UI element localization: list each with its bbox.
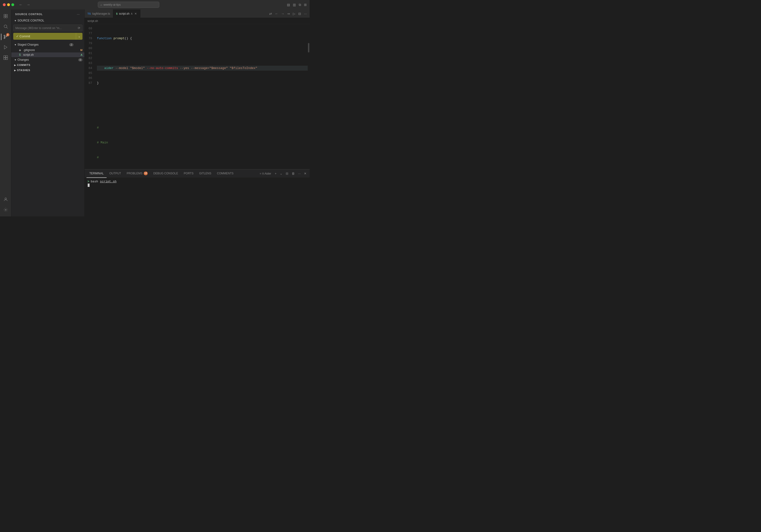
commit-button[interactable]: ✓ Commit xyxy=(13,33,76,40)
editor-forward2-icon[interactable]: ⇒ xyxy=(286,11,291,16)
terminal-tab-debug[interactable]: DEBUG CONSOLE xyxy=(150,169,181,178)
code-line-80 xyxy=(97,95,308,100)
activity-run[interactable] xyxy=(1,42,10,52)
editor-more-icon[interactable]: ··· xyxy=(303,11,308,16)
section-left: ▼ SOURCE CONTROL xyxy=(14,19,44,22)
activity-explorer[interactable] xyxy=(1,11,10,21)
aider-icon: ⌗ xyxy=(260,172,262,175)
activity-settings[interactable] xyxy=(1,205,10,215)
sidebar-more-button[interactable]: ··· xyxy=(76,12,81,17)
terminal-split-button[interactable]: ⊟ xyxy=(285,171,289,176)
line-num-84: 84 xyxy=(85,66,95,71)
line-num-82: 82 xyxy=(85,56,95,61)
changes-collapse-icon: ▼ xyxy=(14,59,17,61)
staged-count: 2 xyxy=(69,43,74,46)
traffic-lights xyxy=(3,3,14,6)
terminal-command: bash script.sh xyxy=(91,180,117,183)
changes-section-right: 0 xyxy=(78,58,83,61)
tab-scriptsh[interactable]: $ script.sh A ✕ xyxy=(113,10,140,18)
line-num-83: 83 xyxy=(85,61,95,66)
terminal-tab-output[interactable]: OUTPUT xyxy=(107,169,124,178)
code-line-68: function prompt() { xyxy=(97,36,308,41)
staged-changes-label: Staged Changes xyxy=(18,43,38,46)
tab-sh-icon: $ xyxy=(116,12,117,15)
titlebar: ← → ⌕ weekly-ai-tips ▤ ▥ ⧉ ⊞ xyxy=(0,0,310,10)
line-num-81: 81 xyxy=(85,51,95,56)
scriptsh-filename: script.sh xyxy=(23,53,73,56)
sidebar-header: SOURCE CONTROL ··· xyxy=(11,10,85,18)
activity-bottom xyxy=(1,195,10,216)
aider-terminal-button[interactable]: ⌗ ⎘ Aider xyxy=(258,172,273,176)
gitignore-filename: .gitignore xyxy=(23,48,72,52)
collapse-icon: ▼ xyxy=(14,19,17,22)
scriptsh-status-badge: A xyxy=(81,53,83,56)
back-button[interactable]: ← xyxy=(18,2,24,7)
changes-section-left: ▼ Changes xyxy=(14,58,29,61)
split-editor-icon[interactable]: ⊟ xyxy=(297,11,302,16)
terminal-tab-comments[interactable]: COMMENTS xyxy=(214,169,236,178)
minimize-button[interactable] xyxy=(7,3,10,6)
commit-dropdown-button[interactable]: ⌄ xyxy=(76,33,83,40)
sidebar-toggle-icon[interactable]: ▤ xyxy=(287,3,290,7)
close-button[interactable] xyxy=(3,3,6,6)
stashes-collapse-icon: ▶ xyxy=(14,69,16,72)
code-line-84: # xyxy=(97,155,308,160)
maximize-button[interactable] xyxy=(11,3,14,6)
terminal-cursor-line xyxy=(88,183,307,187)
message-input-wrap: ⟳ xyxy=(13,25,83,31)
source-control-section-header[interactable]: ▼ SOURCE CONTROL xyxy=(11,18,85,23)
layout-icon[interactable]: ⊞ xyxy=(304,3,307,7)
changes-label: Changes xyxy=(18,58,29,61)
editor-breadcrumb: script.sh xyxy=(85,18,310,24)
tab-bar: TS tagManager.ts $ script.sh A ✕ ⇄ ← → ⇒… xyxy=(85,10,310,18)
file-item-gitignore[interactable]: ◆ .gitignore ↩ − M xyxy=(11,48,85,52)
changes-header[interactable]: ▼ Changes 0 xyxy=(11,57,85,62)
gitignore-status-badge: M xyxy=(80,49,83,51)
stashes-section[interactable]: ▶ STASHES xyxy=(11,68,85,73)
terminal-tab-ports[interactable]: PORTS xyxy=(181,169,197,178)
code-area: 68 77 78 79 80 81 82 83 84 85 86 87 func… xyxy=(85,24,310,169)
vcs-compare-icon[interactable]: ⇄ xyxy=(268,11,273,16)
activity-search[interactable] xyxy=(1,22,10,31)
run-file-icon[interactable]: ▷ xyxy=(292,11,296,16)
svg-rect-2 xyxy=(4,16,5,18)
terminal-close-button[interactable]: ✕ xyxy=(303,171,308,176)
terminal-tab-bar: TERMINAL OUTPUT PROBLEMS 18 DEBUG CONSOL… xyxy=(85,169,310,178)
output-tab-label: OUTPUT xyxy=(109,172,121,175)
split-toggle-icon[interactable]: ⧉ xyxy=(299,3,301,7)
panel-toggle-icon[interactable]: ▥ xyxy=(293,3,296,7)
code-line-81 xyxy=(97,110,308,115)
terminal-tab-terminal[interactable]: TERMINAL xyxy=(87,169,107,178)
search-bar[interactable]: ⌕ weekly-ai-tips xyxy=(98,2,159,8)
terminal-chevron-button[interactable]: ⌄ xyxy=(279,171,284,176)
staged-section-left: ▼ Staged Changes xyxy=(14,43,38,46)
scrollbar-thumb[interactable] xyxy=(308,43,309,52)
terminal-tab-problems[interactable]: PROBLEMS 18 xyxy=(124,169,150,178)
svg-rect-1 xyxy=(6,15,7,16)
staged-changes-header[interactable]: ▼ Staged Changes 2 + − xyxy=(11,42,85,48)
editor-back-icon[interactable]: ← xyxy=(274,11,279,16)
scriptsh-file-icon: $ xyxy=(18,53,22,57)
tab-close-button[interactable]: ✕ xyxy=(134,12,137,15)
terminal-tab-gitlens[interactable]: GITLENS xyxy=(197,169,214,178)
terminal-script-link[interactable]: script.sh xyxy=(100,180,117,183)
gitignore-actions: ↩ − xyxy=(72,48,79,52)
staged-section-right: 2 + − xyxy=(69,42,83,47)
stashes-label: STASHES xyxy=(17,69,30,72)
navigation-buttons: ← → xyxy=(18,2,31,7)
editor-forward-icon[interactable]: → xyxy=(280,11,285,16)
activity-account[interactable] xyxy=(1,195,10,204)
forward-button[interactable]: → xyxy=(26,2,31,7)
tab-tagmanager[interactable]: TS tagManager.ts xyxy=(85,10,113,18)
file-item-script-sh[interactable]: $ script.sh ⎘ − A xyxy=(11,52,85,57)
commits-section[interactable]: ▶ COMMITS xyxy=(11,62,85,68)
comments-tab-label: COMMENTS xyxy=(217,172,233,175)
activity-extensions[interactable] xyxy=(1,53,10,62)
terminal-trash-button[interactable]: 🗑 xyxy=(290,171,296,176)
terminal-content[interactable]: > bash script.sh xyxy=(85,178,310,216)
terminal-add-button[interactable]: + xyxy=(274,171,278,176)
activity-source-control[interactable]: 2 xyxy=(1,32,10,42)
terminal-more-button[interactable]: ··· xyxy=(297,171,302,176)
commit-message-input[interactable] xyxy=(15,27,76,30)
code-content: function prompt() { aider --model "$mode… xyxy=(95,24,308,169)
